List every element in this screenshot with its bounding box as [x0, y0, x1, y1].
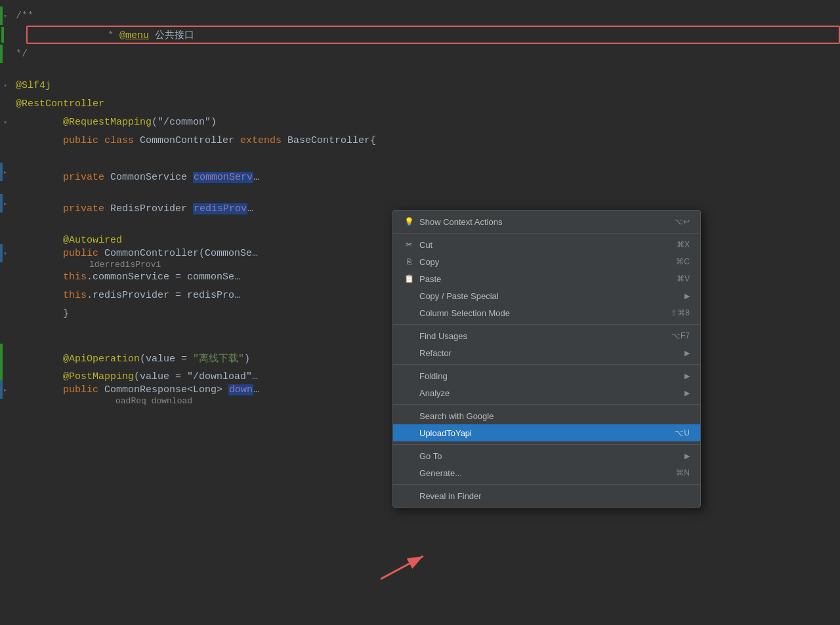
- menu-item-show-context-actions[interactable]: 💡 Show Context Actions ⌥↩: [393, 213, 700, 230]
- arrow-go-to: ▶: [684, 452, 690, 460]
- arrow-refactor: ▶: [684, 349, 690, 357]
- menu-label-cut: Cut: [419, 240, 432, 250]
- code-line-5: ▾ @Slf4j: [0, 76, 840, 94]
- code-line-2-wrapper: * @menu 公共接口: [0, 26, 840, 44]
- shortcut-column-selection: ⇧⌘8: [671, 308, 690, 317]
- item-left-go-to: Go To: [404, 451, 442, 461]
- menu-label-copy: Copy: [419, 257, 439, 267]
- refactor-icon: [404, 348, 414, 358]
- paste-icon: 📋: [404, 273, 414, 284]
- menu-item-analyze[interactable]: Analyze ▶: [393, 384, 700, 401]
- gutter-bar-15: [0, 244, 3, 262]
- menu-label-refactor: Refactor: [419, 348, 452, 358]
- menu-label-column-selection-mode: Column Selection Mode: [419, 308, 510, 318]
- copy-icon: ⎘: [404, 256, 414, 267]
- svg-line-1: [381, 556, 423, 579]
- menu-label-reveal-finder: Reveal in Finder: [419, 491, 482, 501]
- item-left-find-usages: Find Usages: [404, 331, 467, 341]
- fold-indicator-5[interactable]: ▾: [0, 81, 10, 90]
- menu-item-cut[interactable]: ✂ Cut ⌘X: [393, 236, 700, 253]
- shortcut-cut: ⌘X: [677, 240, 690, 249]
- menu-item-search-google[interactable]: Search with Google: [393, 407, 700, 424]
- shortcut-show-context-actions: ⌥↩: [674, 217, 690, 226]
- item-left-refactor: Refactor: [404, 348, 452, 358]
- menu-label-go-to: Go To: [419, 451, 442, 461]
- search-google-icon: [404, 411, 414, 421]
- gutter-bar-23: [0, 380, 3, 399]
- item-left-upload-to-yapi: UploadToYapi: [404, 428, 472, 438]
- gutter-bar-2: [1, 27, 4, 43]
- upload-to-yapi-icon: [404, 428, 414, 438]
- find-usages-icon: [404, 331, 414, 341]
- red-arrow: [381, 550, 433, 586]
- menu-label-paste: Paste: [419, 274, 441, 284]
- line-content-5: @Slf4j: [10, 80, 840, 91]
- menu-label-find-usages: Find Usages: [419, 331, 467, 341]
- shortcut-paste: ⌘V: [677, 274, 690, 283]
- arrow-copy-paste-special: ▶: [684, 292, 690, 300]
- separator-6: [393, 484, 700, 485]
- item-left-generate: Generate...: [404, 468, 462, 478]
- go-to-icon: [404, 451, 414, 461]
- code-line-8: public class CommonController extends Ba…: [0, 131, 840, 150]
- gutter-bar-22: [0, 362, 3, 380]
- context-menu: 💡 Show Context Actions ⌥↩ ✂ Cut ⌘X ⎘ Cop…: [392, 210, 701, 508]
- shortcut-copy: ⌘C: [676, 257, 690, 266]
- menu-item-copy[interactable]: ⎘ Copy ⌘C: [393, 253, 700, 270]
- menu-item-refactor[interactable]: Refactor ▶: [393, 344, 700, 361]
- item-left-reveal-finder: Reveal in Finder: [404, 491, 482, 501]
- folding-icon: [404, 371, 414, 381]
- menu-label-upload-to-yapi: UploadToYapi: [419, 428, 472, 438]
- separator-1: [393, 233, 700, 233]
- separator-4: [393, 404, 700, 405]
- item-left-cut: ✂ Cut: [404, 239, 432, 250]
- cut-icon: ✂: [404, 239, 414, 250]
- generate-icon: [404, 468, 414, 478]
- copy-paste-special-icon: [404, 291, 414, 301]
- menu-label-copy-paste-special: Copy / Paste Special: [419, 291, 499, 301]
- menu-item-upload-to-yapi[interactable]: UploadToYapi ⌥U: [393, 424, 700, 441]
- shortcut-find-usages: ⌥F7: [671, 331, 690, 340]
- reveal-finder-icon: [404, 491, 414, 501]
- item-left-show-context-actions: 💡 Show Context Actions: [404, 216, 502, 227]
- menu-label-folding: Folding: [419, 371, 448, 381]
- code-editor: ▾ /** * @menu 公共接口 */ ▾ @Slf4j: [0, 0, 840, 625]
- menu-label-search-google: Search with Google: [419, 411, 494, 421]
- arrow-analyze: ▶: [684, 389, 690, 397]
- menu-item-paste[interactable]: 📋 Paste ⌘V: [393, 270, 700, 287]
- code-line-2: * @menu 公共接口: [26, 26, 840, 44]
- separator-3: [393, 364, 700, 365]
- menu-item-folding[interactable]: Folding ▶: [393, 367, 700, 384]
- menu-label-analyze: Analyze: [419, 388, 450, 398]
- menu-item-column-selection-mode[interactable]: Column Selection Mode ⇧⌘8: [393, 304, 700, 321]
- menu-label-show-context-actions: Show Context Actions: [419, 217, 502, 227]
- item-left-paste: 📋 Paste: [404, 273, 441, 284]
- item-left-analyze: Analyze: [404, 388, 450, 398]
- separator-2: [393, 324, 700, 325]
- line-content-3: */: [10, 49, 840, 60]
- shortcut-upload-to-yapi: ⌥U: [675, 428, 690, 437]
- lightbulb-icon: 💡: [404, 216, 414, 227]
- menu-item-reveal-finder[interactable]: Reveal in Finder: [393, 487, 700, 504]
- gutter-bar-21: [0, 344, 3, 362]
- item-left-column-selection-mode: Column Selection Mode: [404, 308, 510, 318]
- item-left-search-google: Search with Google: [404, 411, 494, 421]
- code-line-4: [0, 63, 840, 76]
- column-selection-icon: [404, 308, 414, 318]
- shortcut-generate: ⌘N: [676, 468, 690, 477]
- code-line-3: */: [0, 45, 840, 63]
- fold-indicator-7[interactable]: ▾: [0, 118, 10, 127]
- gutter-bar-10: [0, 163, 3, 181]
- item-left-folding: Folding: [404, 371, 448, 381]
- arrow-folding: ▶: [684, 372, 690, 380]
- gutter-bar-3: [0, 45, 3, 63]
- analyze-icon: [404, 388, 414, 398]
- item-left-copy: ⎘ Copy: [404, 256, 439, 267]
- menu-item-find-usages[interactable]: Find Usages ⌥F7: [393, 327, 700, 344]
- gutter-bar-12: [0, 194, 3, 212]
- menu-item-copy-paste-special[interactable]: Copy / Paste Special ▶: [393, 287, 700, 304]
- item-left-copy-paste-special: Copy / Paste Special: [404, 291, 499, 301]
- separator-5: [393, 444, 700, 445]
- menu-item-generate[interactable]: Generate... ⌘N: [393, 464, 700, 481]
- menu-item-go-to[interactable]: Go To ▶: [393, 447, 700, 464]
